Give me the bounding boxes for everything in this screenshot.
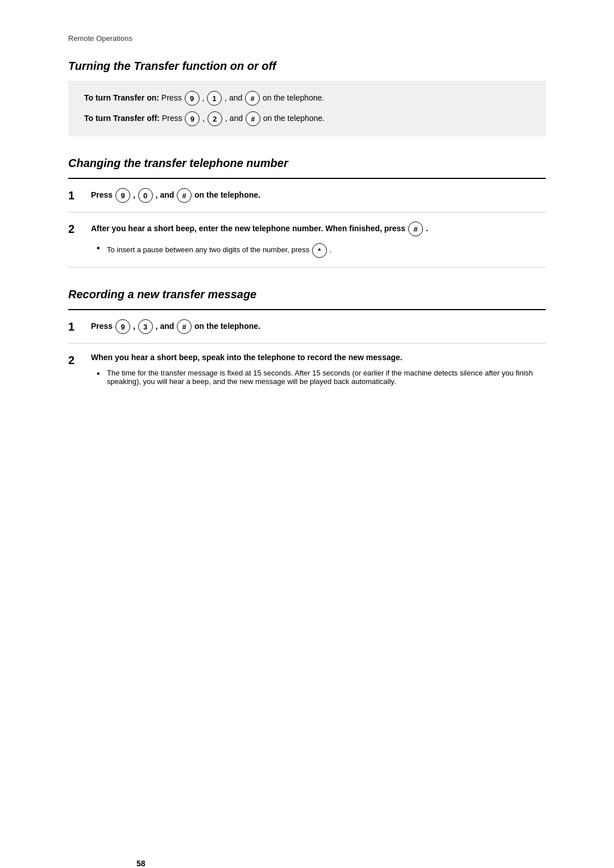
- key-9-r1: 9: [115, 319, 130, 334]
- key-star: *: [312, 243, 327, 258]
- page-header: Remote Operations: [68, 34, 546, 43]
- key-9-off: 9: [185, 111, 200, 126]
- step-1-change: 1 Press 9 , 0 , and # on the telephone.: [68, 179, 546, 212]
- key-2-off: 2: [208, 111, 222, 126]
- section-title-record: Recording a new transfer message: [68, 288, 546, 301]
- key-3-r1: 3: [138, 319, 153, 334]
- transfer-off-line: To turn Transfer off: Press 9 , 2 , and …: [84, 111, 530, 126]
- step-r2-content: When you hear a short beep, speak into t…: [91, 353, 546, 386]
- steps-change-number: 1 Press 9 , 0 , and # on the telephone.: [68, 178, 546, 268]
- step-1-content: Press 9 , 0 , and # on the telephone.: [91, 188, 546, 203]
- bullet-dot: •: [97, 243, 107, 253]
- step-2-change: 2 After you hear a short beep, enter the…: [68, 212, 546, 268]
- bullet-pause: • To insert a pause between any two digi…: [91, 243, 428, 258]
- step-number-r1: 1: [68, 319, 91, 333]
- transfer-on-line: To turn Transfer on: Press 9 , 1 , and #…: [84, 91, 530, 106]
- step-2-record: 2 When you hear a short beep, speak into…: [68, 344, 546, 395]
- info-box-transfer: To turn Transfer on: Press 9 , 1 , and #…: [68, 81, 546, 136]
- bullet-timer: • The time for the transfer message is f…: [91, 369, 546, 386]
- header-label: Remote Operations: [68, 34, 132, 43]
- section-title-change: Changing the transfer telephone number: [68, 157, 546, 170]
- step-2-content: After you hear a short beep, enter the n…: [91, 222, 428, 258]
- step-number-r2: 2: [68, 353, 91, 367]
- steps-record-message: 1 Press 9 , 3 , and # on the telephone.: [68, 309, 546, 395]
- step-1-record: 1 Press 9 , 3 , and # on the telephone.: [68, 310, 546, 344]
- section-transfer-on-off: Turning the Transfer function on or off …: [68, 60, 546, 136]
- step-number-1: 1: [68, 188, 91, 202]
- section-change-number: Changing the transfer telephone number 1…: [68, 157, 546, 268]
- step-number-2: 2: [68, 222, 91, 236]
- bullet-pause-text: To insert a pause between any two digits…: [107, 243, 331, 258]
- step-r1-content: Press 9 , 3 , and # on the telephone.: [91, 319, 546, 334]
- key-hash-on: #: [245, 91, 260, 106]
- section-title-transfer: Turning the Transfer function on or off: [68, 60, 546, 73]
- key-9-s1: 9: [115, 188, 130, 203]
- key-0-s1: 0: [138, 188, 153, 203]
- key-hash-r1: #: [177, 319, 192, 334]
- section-record-message: Recording a new transfer message 1 Press…: [68, 288, 546, 395]
- key-hash-s2: #: [408, 222, 423, 236]
- bullet-dot-r2: •: [97, 369, 107, 379]
- key-1-on: 1: [207, 91, 222, 106]
- key-hash-off: #: [246, 111, 260, 126]
- page-number: 58: [136, 859, 146, 868]
- key-hash-s1: #: [177, 188, 192, 203]
- bullet-timer-text: The time for the transfer message is fix…: [107, 369, 546, 386]
- key-9-on: 9: [185, 91, 200, 106]
